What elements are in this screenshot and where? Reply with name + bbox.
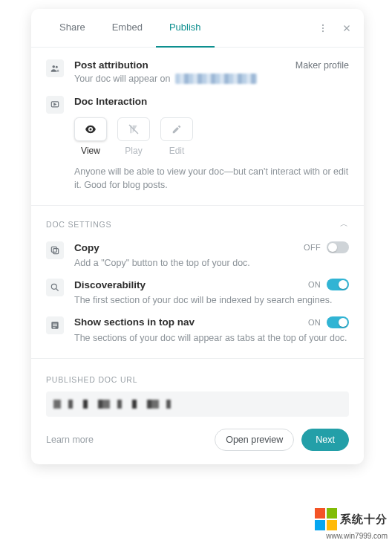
more-icon[interactable]: [315, 20, 331, 36]
mode-edit-label: Edit: [169, 146, 185, 156]
discover-toggle[interactable]: [327, 279, 349, 290]
mode-view-button[interactable]: [74, 117, 107, 141]
discover-desc: The first section of your doc will be in…: [74, 293, 349, 307]
mode-play-label: Play: [125, 146, 142, 156]
svg-point-6: [90, 129, 92, 131]
svg-point-0: [322, 24, 324, 25]
published-url-redacted: [53, 400, 180, 409]
svg-point-4: [56, 66, 58, 68]
dialog-footer: Learn more Open preview Next: [31, 417, 364, 454]
svg-point-3: [53, 65, 56, 68]
attribution-desc-prefix: Your doc will appear on: [74, 74, 171, 84]
interaction-title: Doc Interaction: [74, 96, 349, 107]
published-url-label: PUBLISHED DOC URL: [31, 359, 364, 389]
discover-toggle-state: ON: [308, 280, 321, 289]
tab-publish[interactable]: Publish: [156, 9, 215, 48]
interaction-icon: [46, 96, 64, 114]
doc-settings-title: DOC SETTINGS: [46, 220, 111, 229]
setting-sections: Show sections in top nav ON The sections…: [31, 308, 364, 345]
svg-point-9: [51, 285, 56, 290]
copy-desc: Add a "Copy" button to the top of your d…: [74, 256, 349, 270]
attribution-title: Post attribution: [74, 59, 148, 71]
play-disabled-icon: [128, 123, 140, 135]
mode-view-label: View: [81, 146, 100, 156]
doc-settings-header[interactable]: DOC SETTINGS ︿: [31, 206, 364, 233]
discover-title: Discoverability: [74, 279, 146, 290]
chevron-up-icon: ︿: [340, 219, 349, 230]
section-interaction: Doc Interaction View Play: [31, 84, 364, 192]
sections-title: Show sections in top nav: [74, 316, 195, 328]
maker-profile-link[interactable]: Maker profile: [295, 60, 349, 71]
tabs: Share Embed Publish: [46, 9, 215, 48]
svg-rect-8: [51, 247, 56, 253]
copy-toggle-state: OFF: [304, 243, 321, 252]
svg-rect-12: [53, 325, 57, 326]
sections-toggle[interactable]: [327, 316, 349, 328]
eye-icon: [84, 123, 97, 136]
watermark-text2: www.win7999.com: [326, 532, 388, 540]
tab-share[interactable]: Share: [46, 9, 99, 48]
sections-icon: [46, 316, 64, 334]
copy-icon: [46, 241, 64, 259]
people-icon: [46, 59, 64, 77]
watermark-text1: 系统十分: [340, 513, 388, 527]
copy-toggle[interactable]: [327, 241, 349, 253]
section-attribution: Post attribution Maker profile Your doc …: [31, 48, 364, 84]
publish-dialog: Share Embed Publish Post attribution Mak…: [31, 9, 364, 464]
attribution-target-redacted: [175, 74, 257, 84]
published-url-field[interactable]: [46, 391, 349, 417]
setting-discover: Discoverability ON The first section of …: [31, 270, 364, 307]
watermark-logo: [315, 508, 337, 530]
svg-rect-13: [53, 327, 56, 328]
interaction-desc: Anyone will be able to view your doc—but…: [74, 165, 349, 192]
next-button[interactable]: Next: [301, 429, 349, 451]
sections-toggle-state: ON: [308, 318, 321, 327]
tab-embed[interactable]: Embed: [99, 9, 156, 48]
learn-more-link[interactable]: Learn more: [46, 435, 94, 445]
setting-copy: Copy OFF Add a "Copy" button to the top …: [31, 233, 364, 270]
svg-point-1: [322, 27, 324, 28]
copy-title: Copy: [74, 242, 99, 253]
sections-desc: The sections of your doc will appear as …: [74, 331, 349, 345]
svg-point-2: [322, 30, 324, 32]
watermark: 系统十分 www.win7999.com: [315, 508, 388, 540]
svg-rect-7: [53, 249, 59, 254]
search-icon: [46, 279, 64, 296]
dialog-topbar: Share Embed Publish: [31, 9, 364, 48]
svg-rect-11: [53, 323, 57, 324]
mode-play-button[interactable]: [117, 117, 150, 141]
mode-edit-button[interactable]: [160, 117, 193, 141]
open-preview-button[interactable]: Open preview: [215, 429, 294, 451]
pencil-icon: [172, 124, 182, 134]
close-icon[interactable]: [339, 20, 355, 36]
